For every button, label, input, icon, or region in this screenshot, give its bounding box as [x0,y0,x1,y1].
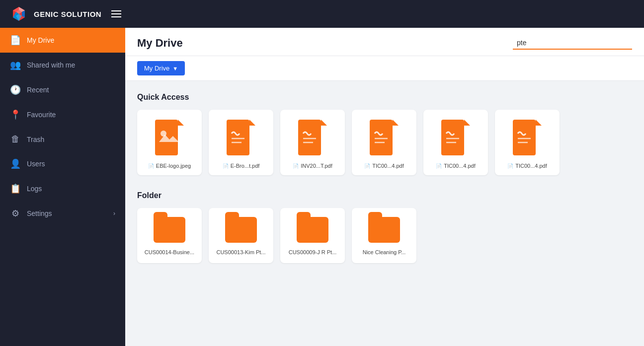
file-label: 📄 TIC00...4.pdf [436,162,476,169]
svg-rect-32 [513,120,536,155]
file-type-icon: 📄 [436,163,442,169]
file-card[interactable]: 📄 INV20...T.pdf [280,110,345,175]
svg-marker-24 [393,120,399,126]
sidebar-item-recent[interactable]: 🕐 Recent [0,77,125,102]
svg-rect-22 [370,120,393,155]
folder-label: CUS00013-Kim Pt... [216,249,265,256]
file-card[interactable]: 📄 E-Bro...t.pdf [209,110,273,175]
main-header: My Drive [125,28,644,56]
folder-label: Nice Cleaning P... [363,249,406,256]
svg-marker-14 [249,120,255,126]
sidebar-label-settings: Settings [27,209,52,217]
main-content: My Drive My Drive ▼ Quick Access [125,28,644,346]
breadcrumb-bar: My Drive ▼ [125,56,644,81]
file-icon-wrap [295,118,330,157]
breadcrumb-caret: ▼ [172,66,178,71]
svg-marker-19 [321,120,327,126]
svg-marker-9 [178,120,184,126]
file-icon-wrap [152,118,187,157]
sidebar-label-recent: Recent [27,86,49,94]
sidebar-label-favourite: Favourite [27,111,56,119]
search-input[interactable] [513,37,632,50]
pdf-file-icon [513,120,542,155]
sidebar-item-settings[interactable]: ⚙ Settings › [0,201,125,226]
file-name: INV20...T.pdf [301,162,332,169]
file-icon-wrap [224,118,258,157]
file-card[interactable]: 📄 TIC00...4.pdf [423,110,488,175]
file-label: 📄 INV20...T.pdf [293,162,332,169]
recent-icon: 🕐 [10,84,21,95]
folder-icon-wrap [295,215,330,245]
svg-marker-29 [464,120,470,126]
quick-access-title: Quick Access [137,93,632,102]
file-icon-wrap [438,118,473,157]
app-logo [10,5,28,23]
file-type-icon: 📄 [293,163,299,169]
sidebar-label-logs: Logs [27,185,42,193]
file-name: EBE-logo.jpeg [156,162,191,169]
file-type-icon: 📄 [364,163,370,169]
folder-card[interactable]: CUS00009-J R Pt... [280,208,345,263]
image-file-icon [155,120,184,155]
content-area: Quick Access 📄 EBE-logo.jpeg [125,81,644,346]
sidebar-label-my-drive: My Drive [27,36,54,44]
file-name: TIC00...4.pdf [515,162,547,169]
hamburger-button[interactable] [111,10,121,17]
folder-icon [154,217,185,243]
chevron-icon: › [113,210,115,217]
favourite-icon: 📍 [10,109,21,120]
file-label: 📄 TIC00...4.pdf [507,162,547,169]
folder-icon-wrap [367,215,402,245]
sidebar-label-shared-with-me: Shared with me [27,61,75,69]
folder-icon-wrap [224,215,258,245]
folder-icon-wrap [152,215,187,245]
file-card[interactable]: 📄 TIC00...4.pdf [352,110,416,175]
folder-card[interactable]: Nice Cleaning P... [352,208,416,263]
shared-with-me-icon: 👥 [10,60,21,70]
folder-grid: CUS00014-Busine... CUS00013-Kim Pt... CU… [137,208,632,263]
file-name: TIC00...4.pdf [444,162,476,169]
sidebar-item-my-drive[interactable]: 📄 My Drive [0,28,125,53]
file-type-icon: 📄 [507,163,513,169]
users-icon: 👤 [10,158,21,169]
page-title: My Drive [137,37,183,50]
sidebar-label-trash: Trash [27,136,44,143]
folder-icon [297,217,328,243]
sidebar-item-shared-with-me[interactable]: 👥 Shared with me [0,53,125,77]
pdf-file-icon [370,120,399,155]
brand-name: GENIC SOLUTION [34,10,101,18]
file-type-icon: 📄 [148,163,154,169]
pdf-file-icon [441,120,470,155]
svg-marker-34 [536,120,542,126]
folder-label: CUS00014-Busine... [145,249,194,256]
folder-card[interactable]: CUS00014-Busine... [137,208,202,263]
file-type-icon: 📄 [223,163,229,169]
sidebar-label-users: Users [27,160,45,168]
sidebar-item-logs[interactable]: 📋 Logs [0,176,125,201]
svg-rect-12 [227,120,249,155]
logs-icon: 📋 [10,183,21,194]
folder-icon [225,217,257,243]
settings-icon: ⚙ [10,208,21,219]
file-icon-wrap [367,118,402,157]
sidebar-item-trash[interactable]: 🗑 Trash [0,127,125,151]
file-label: 📄 EBE-logo.jpeg [148,162,191,169]
folder-title: Folder [137,191,632,200]
file-icon-wrap [510,118,545,157]
breadcrumb-button[interactable]: My Drive ▼ [137,61,185,75]
file-card[interactable]: 📄 EBE-logo.jpeg [137,110,202,175]
pdf-file-icon [227,120,255,155]
file-name: E-Bro...t.pdf [231,162,260,169]
breadcrumb-label: My Drive [144,65,169,72]
pdf-file-icon [298,120,327,155]
sidebar-item-users[interactable]: 👤 Users [0,151,125,176]
quick-access-grid: 📄 EBE-logo.jpeg 📄 E-Bro...t.pdf [137,110,632,175]
svg-rect-17 [298,120,321,155]
topnav: GENIC SOLUTION [0,0,644,28]
file-card[interactable]: 📄 TIC00...4.pdf [495,110,560,175]
svg-rect-27 [441,120,464,155]
trash-icon: 🗑 [10,134,21,144]
sidebar: 📄 My Drive 👥 Shared with me 🕐 Recent 📍 F… [0,28,125,346]
sidebar-item-favourite[interactable]: 📍 Favourite [0,102,125,127]
folder-card[interactable]: CUS00013-Kim Pt... [209,208,273,263]
